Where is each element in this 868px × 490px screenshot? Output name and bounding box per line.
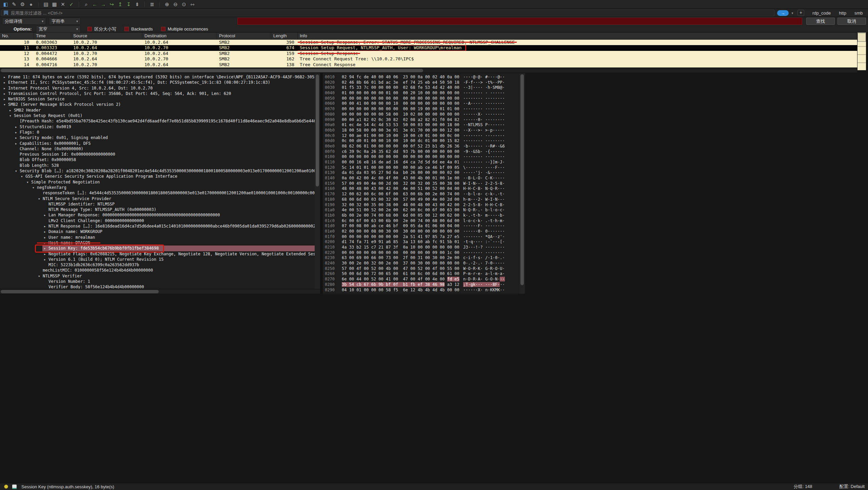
hex-row[interactable]: 01205c 14 01 01 00 00 00 00 00 00 ab ce … [323, 165, 519, 171]
cancel-button[interactable]: 取消 [837, 18, 866, 25]
detail-row[interactable]: ▸Version 6.1 (Build 0); NTLM Current Rev… [0, 257, 315, 262]
hex-row[interactable]: 005000 00 00 00 00 00 00 00 00 00 00 00 … [323, 96, 519, 101]
collapsed-arrow-icon[interactable]: ▸ [3, 97, 8, 102]
packet-row[interactable]: 130.00466610.0.2.6410.0.2.70SMB2162Tree … [0, 56, 857, 62]
scrollbar-handle[interactable] [1, 69, 423, 72]
filter-preset-http[interactable]: http [839, 11, 846, 16]
detail-row[interactable]: Previous Session Id: 0x0000000000000000 [0, 152, 315, 157]
hex-row[interactable]: 00d00c 00 d0 01 00 00 10 00 10 00 dc 01 … [323, 138, 519, 144]
checkbox-box-icon[interactable] [87, 27, 92, 31]
hex-row[interactable]: 025057 00 4f 00 52 00 4b 00 47 00 52 00 … [323, 266, 519, 272]
hex-row[interactable]: 0130da 01 da 03 95 27 9d 6a b0 26 00 00 … [323, 170, 519, 176]
column-header-no[interactable]: No. [0, 33, 34, 39]
find-packet-icon[interactable]: ⌕ [82, 1, 91, 8]
detail-row[interactable]: NTLMSSP identifier: NTLMSSP [0, 201, 315, 207]
packet-list-hscrollbar[interactable] [0, 68, 857, 73]
collapsed-arrow-icon[interactable]: ▸ [44, 235, 48, 240]
expanded-arrow-icon[interactable]: ▾ [21, 174, 25, 179]
reload-capture-icon[interactable]: ✓ [67, 1, 76, 8]
hex-row[interactable]: 01400a 00 42 00 4c 00 4f 00 43 00 4b 00 … [323, 176, 519, 181]
bytes-vscrollbar[interactable] [519, 73, 525, 294]
hex-row[interactable]: 029004 10 01 00 00 00 58 f5 6e 12 4b 4b … [323, 288, 519, 293]
checkbox-box-icon[interactable] [124, 27, 129, 31]
hex-row[interactable]: 011000 00 16 e8 16 de ad 16 d4 ca 7d 5d … [323, 160, 519, 165]
packet-row[interactable]: 100.00306310.0.2.7010.0.2.64SMB2390Sessi… [0, 40, 857, 45]
detail-row[interactable]: ▾GSS-API Generic Security Service Applic… [0, 174, 315, 179]
hex-row[interactable]: 00b018 00 58 00 00 00 3e 01 3e 01 70 00 … [323, 128, 519, 133]
detail-row[interactable]: NTLM Message Type: NTLMSSP_AUTH (0x00000… [0, 207, 315, 212]
collapsed-arrow-icon[interactable]: ▸ [3, 75, 8, 80]
hex-row[interactable]: 022000 00 00 00 00 00 00 00 00 00 00 00 … [323, 250, 519, 256]
collapsed-arrow-icon[interactable]: ▸ [15, 130, 20, 135]
find-button[interactable]: 查找 [806, 18, 835, 25]
detail-row[interactable]: ▾NTLMSSP Verifier [0, 273, 315, 279]
open-capture-icon[interactable]: ▤ [42, 1, 50, 8]
save-capture-icon[interactable]: ▦ [50, 1, 59, 8]
collapsed-arrow-icon[interactable]: ▸ [15, 135, 20, 141]
hex-row[interactable]: 010000 00 00 00 00 00 00 00 00 00 00 00 … [323, 154, 519, 160]
edit-icon[interactable]: ✎ [10, 1, 18, 8]
start-capture-icon[interactable]: ● [27, 1, 35, 8]
detail-row[interactable]: ▸Session Key: fde53b54cb676b9bbf0fb1fbef… [0, 246, 315, 251]
detail-row[interactable]: mechListMIC: 0100000058f56e124b4b4d4b000… [0, 268, 315, 273]
checkbox-multiple-occurrences[interactable]: Multiple occurrences [161, 26, 208, 32]
hex-row[interactable]: 024030 00 2e 00 32 00 2e 00 37 00 30 00 … [323, 261, 519, 266]
hex-row[interactable]: 02803b 54 cb 67 6b 9b bf 0f b1 fb ef 38 … [323, 282, 519, 288]
detail-row[interactable]: ▸User name: mrealman [0, 235, 315, 240]
column-header-protocol[interactable]: Protocol [217, 33, 271, 39]
apply-filter-button[interactable]: → [777, 10, 789, 16]
go-to-packet-icon[interactable]: ↪ [107, 1, 116, 8]
collapsed-arrow-icon[interactable]: ▸ [44, 252, 48, 257]
detail-row[interactable]: ▸NTLM Response […]: 16e816dead16d4ca7d5d… [0, 223, 315, 229]
scrollbar-handle[interactable] [1, 290, 159, 293]
filter-preset-rdp_code[interactable]: rdp_code [812, 11, 831, 16]
profile-text[interactable]: 配置: Default [840, 484, 865, 490]
detail-row[interactable]: ▾NTLM Secure Service Provider [0, 196, 315, 201]
hex-row[interactable]: 015057 00 49 00 4e 00 2d 00 32 00 32 00 … [323, 181, 519, 187]
first-packet-icon[interactable]: ↥ [116, 1, 124, 8]
column-header-source[interactable]: Source [71, 33, 142, 39]
collapsed-arrow-icon[interactable]: ▸ [15, 124, 20, 130]
hex-row[interactable]: 016048 00 48 00 43 00 42 00 4e 00 51 00 … [323, 186, 519, 192]
detail-row[interactable]: ▸SMB2 Header [0, 107, 315, 113]
collapsed-arrow-icon[interactable]: ▸ [44, 229, 48, 235]
hex-row[interactable]: 007000 00 00 00 00 00 00 00 00 00 19 00 … [323, 106, 519, 112]
detail-row[interactable]: ▸Lan Manager Response: 00000000000000000… [0, 212, 315, 218]
collapsed-arrow-icon[interactable]: ▸ [3, 80, 8, 85]
column-header-time[interactable]: Time [34, 33, 71, 39]
detail-row[interactable]: Verifier Body: 58f56e124b4b4d4b00000000 [0, 284, 315, 289]
collapsed-arrow-icon[interactable]: ▸ [3, 91, 8, 97]
detail-row[interactable]: ▾Simple Protected Negotiation [0, 179, 315, 185]
hex-row[interactable]: 02104a 33 b2 15 c7 21 87 3f 0a 10 00 00 … [323, 245, 519, 250]
detail-row[interactable]: ▸Flags: 0 [0, 130, 315, 135]
detail-row[interactable]: [Preauth Hash: e5e4bd55ba70758e425ec43fb… [0, 118, 315, 124]
display-filter-field[interactable] [1, 9, 774, 16]
hex-row[interactable]: 00c012 00 ae 01 00 00 10 00 10 00 c0 01 … [323, 133, 519, 139]
hex-row[interactable]: 004001 00 00 00 00 00 01 00 00 20 10 00 … [323, 91, 519, 96]
display-filter-input[interactable] [11, 11, 772, 16]
checkbox-box-icon[interactable] [161, 27, 165, 31]
hex-row[interactable]: 009000 00 a1 82 02 0c 30 82 02 08 a2 82 … [323, 117, 519, 123]
filter-preset-smb[interactable]: smb [854, 11, 863, 16]
close-capture-icon[interactable]: ✕ [59, 1, 67, 8]
checkbox-backwards[interactable]: Backwards [124, 26, 153, 32]
capture-comment-icon[interactable] [12, 485, 17, 489]
capture-file-icon[interactable]: ◧ [1, 1, 10, 8]
add-filter-button[interactable]: + [797, 10, 804, 16]
collapsed-arrow-icon[interactable]: ▸ [44, 224, 48, 229]
expanded-arrow-icon[interactable]: ▾ [32, 185, 37, 191]
expanded-arrow-icon[interactable]: ▾ [9, 113, 14, 119]
capture-options-icon[interactable]: ⚙ [18, 1, 27, 8]
details-hscrollbar[interactable] [0, 289, 320, 294]
detail-row[interactable]: Blob Offset: 0x00000058 [0, 157, 315, 162]
packet-list-minimap[interactable] [857, 33, 866, 70]
hex-row[interactable]: 026050 00 6d 00 72 00 65 00 61 00 6c 00 … [323, 271, 519, 277]
column-header-info[interactable]: Info [298, 33, 857, 39]
hex-row[interactable]: 008000 00 00 00 00 00 58 00 10 02 00 00 … [323, 112, 519, 117]
search-area-select[interactable]: 分组详情 ▾ [2, 18, 46, 25]
detail-row[interactable]: ▸Transmission Control Protocol, Src Port… [0, 91, 315, 96]
expanded-arrow-icon[interactable]: ▾ [26, 180, 31, 185]
hex-row[interactable]: 018068 00 6d 00 03 00 32 00 57 00 49 00 … [323, 197, 519, 202]
hex-row[interactable]: 01d007 00 08 00 ab ce 46 bf 09 05 da 01 … [323, 223, 519, 229]
detail-row[interactable]: Channel: None (0x00000000) [0, 146, 315, 152]
